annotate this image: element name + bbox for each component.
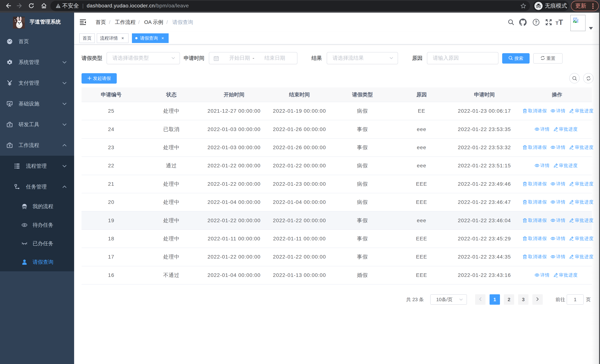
svg-text:?: ? (535, 20, 537, 25)
